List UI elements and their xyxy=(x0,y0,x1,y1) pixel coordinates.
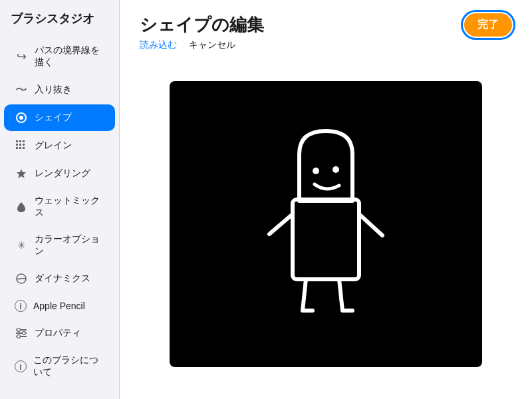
svg-rect-4 xyxy=(23,140,25,142)
rendering-icon xyxy=(15,167,28,180)
svg-point-18 xyxy=(313,168,319,174)
svg-rect-5 xyxy=(16,144,18,146)
sidebar-item-label: このブラシについて xyxy=(33,354,104,378)
load-action[interactable]: 読み込む xyxy=(140,39,177,51)
color-options-icon: ✳ xyxy=(15,239,28,252)
svg-rect-6 xyxy=(19,144,21,146)
properties-icon xyxy=(15,327,28,340)
sidebar: ブラシスタジオ ↩ パスの境界線を描く 〜 入り抜き シェイプ xyxy=(0,0,120,399)
svg-point-19 xyxy=(332,166,339,173)
page-title: シェイプの編集 xyxy=(140,13,264,37)
svg-rect-3 xyxy=(19,140,21,142)
dynamics-icon xyxy=(15,272,28,285)
apple-pencil-icon: i xyxy=(15,300,27,312)
svg-point-1 xyxy=(19,116,23,120)
svg-rect-17 xyxy=(293,200,359,279)
main-actions: 読み込む キャンセル xyxy=(140,39,264,51)
sidebar-item-label: プロパティ xyxy=(35,327,81,339)
sidebar-item-taper[interactable]: 〜 入り抜き xyxy=(4,76,115,103)
main-content: シェイプの編集 読み込む キャンセル 完了 xyxy=(120,0,532,399)
sidebar-item-label: Apple Pencil xyxy=(33,301,85,311)
sidebar-item-label: 入り抜き xyxy=(35,84,72,96)
sidebar-item-label: シェイプ xyxy=(35,112,72,124)
sidebar-item-label: パスの境界線を描く xyxy=(35,45,104,68)
sidebar-item-dynamics[interactable]: ダイナミクス xyxy=(4,265,115,292)
sidebar-item-about[interactable]: i このブラシについて xyxy=(4,348,115,385)
sidebar-item-properties[interactable]: プロパティ xyxy=(4,320,115,346)
sidebar-item-path-border[interactable]: ↩ パスの境界線を描く xyxy=(4,38,115,75)
svg-point-16 xyxy=(17,335,21,338)
main-header: シェイプの編集 読み込む キャンセル 完了 xyxy=(140,13,512,51)
svg-rect-2 xyxy=(16,140,18,142)
canvas-area[interactable] xyxy=(170,81,482,367)
svg-rect-10 xyxy=(23,147,25,149)
about-icon: i xyxy=(15,360,27,372)
wet-mix-icon xyxy=(15,200,28,213)
canvas-container xyxy=(140,62,512,386)
done-button[interactable]: 完了 xyxy=(464,13,512,37)
path-border-icon: ↩ xyxy=(15,50,28,63)
sidebar-item-wet-mix[interactable]: ウェットミックス xyxy=(4,188,115,225)
shape-icon xyxy=(15,111,28,124)
svg-rect-8 xyxy=(16,147,18,149)
sidebar-item-label: グレイン xyxy=(35,140,72,152)
sidebar-item-rendering[interactable]: レンダリング xyxy=(4,160,115,187)
sidebar-item-label: レンダリング xyxy=(35,168,90,180)
sidebar-item-grain[interactable]: グレイン xyxy=(4,132,115,159)
taper-icon: 〜 xyxy=(15,83,28,96)
cancel-action[interactable]: キャンセル xyxy=(189,39,235,51)
svg-point-14 xyxy=(17,329,21,332)
sidebar-item-apple-pencil[interactable]: i Apple Pencil xyxy=(4,293,115,319)
grain-icon xyxy=(15,139,28,152)
sidebar-item-label: ダイナミクス xyxy=(35,273,90,285)
svg-rect-7 xyxy=(23,144,25,146)
sidebar-item-color-options[interactable]: ✳ カラーオプション xyxy=(4,227,115,264)
svg-point-15 xyxy=(23,332,26,335)
sidebar-item-label: ウェットミックス xyxy=(35,195,104,219)
svg-rect-9 xyxy=(19,147,21,149)
drawing-canvas xyxy=(170,81,482,367)
sidebar-title: ブラシスタジオ xyxy=(0,11,119,37)
sidebar-item-label: カラーオプション xyxy=(35,233,104,257)
title-section: シェイプの編集 読み込む キャンセル xyxy=(140,13,264,51)
sidebar-item-shape[interactable]: シェイプ xyxy=(4,104,115,131)
